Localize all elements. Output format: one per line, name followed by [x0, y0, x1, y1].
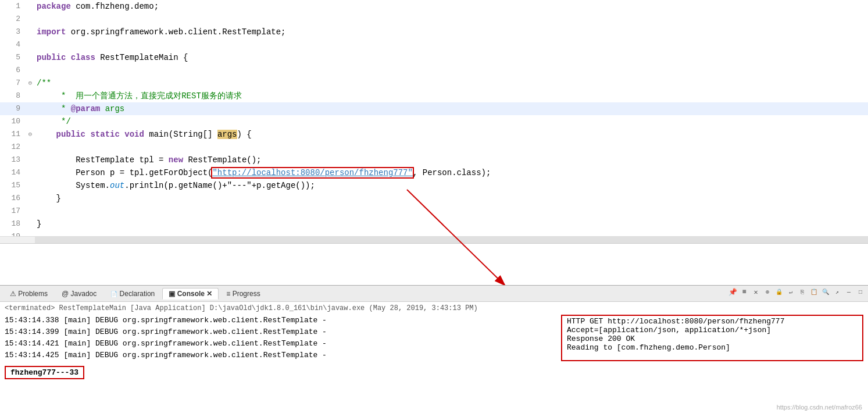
response-line-4: Reading to [com.fhzheng.demo.Person] — [567, 343, 858, 352]
line-code-9: * @param args — [34, 102, 868, 115]
declaration-icon: 📄 — [110, 291, 117, 297]
line-number-11: 11 — [0, 128, 26, 141]
console-result-value: fhzheng777---33 — [5, 366, 84, 379]
code-line-11: 11 ⊖ public static void main(String[] ar… — [0, 128, 868, 141]
line-code-18: } — [34, 218, 868, 230]
console-icon: ▣ — [169, 290, 175, 298]
line-number-17: 17 — [0, 205, 26, 218]
tab-console[interactable]: ▣ Console ✕ — [162, 288, 219, 300]
line-code-14: Person p = tpl.getForObject("http://loca… — [34, 166, 868, 179]
tab-progress[interactable]: ≡ Progress — [220, 288, 266, 300]
log-time-3: 15:43:14.421 [main] DEBUG org.springfram… — [5, 338, 327, 350]
code-line-7: 7 ⊖ /** — [0, 77, 868, 90]
code-line-12: 12 — [0, 141, 868, 154]
code-line-10: 10 */ — [0, 115, 868, 128]
code-line-5: 5 public class RestTemplateMain { — [0, 51, 868, 64]
line-number-3: 3 — [0, 26, 26, 38]
stop-icon[interactable]: ■ — [739, 287, 749, 297]
code-editor-area: 1 package com.fhzheng.demo; 2 3 import o… — [0, 0, 868, 285]
word-wrap-icon[interactable]: ↵ — [785, 287, 796, 297]
open-console-icon[interactable]: ↗ — [832, 287, 842, 297]
panel-toolbar: 📌 ■ ✕ ⊗ 🔒 ↵ ⎘ 📋 🔍 ↗ — □ — [727, 287, 866, 297]
scroll-lock-icon[interactable]: 🔒 — [774, 287, 784, 297]
log-time-1: 15:43:14.338 [main] DEBUG org.springfram… — [5, 315, 327, 326]
console-log-line-1: 15:43:14.338 [main] DEBUG org.springfram… — [5, 315, 555, 326]
code-line-16: 16 } — [0, 192, 868, 205]
line-number-2: 2 — [0, 13, 26, 26]
line-code-1: package com.fhzheng.demo; — [34, 0, 868, 13]
pin-icon[interactable]: 📌 — [727, 287, 738, 297]
line-code-3: import org.springframework.web.client.Re… — [34, 26, 868, 38]
maximize-icon[interactable]: □ — [855, 287, 866, 297]
line-number-9: 9 — [0, 102, 26, 115]
console-log-line-2: 15:43:14.399 [main] DEBUG org.springfram… — [5, 326, 555, 338]
progress-icon: ≡ — [226, 290, 230, 298]
console-right-response-box: HTTP GET http://localhost:8080/person/fh… — [561, 315, 863, 361]
code-line-18: 18 } — [0, 218, 868, 230]
horizontal-scrollbar[interactable] — [0, 236, 868, 243]
line-number-18: 18 — [0, 218, 26, 230]
line-number-4: 4 — [0, 38, 26, 51]
line-number-10: 10 — [0, 115, 26, 128]
panel-tabs-wrapper: ⚠ Problems @ Javadoc 📄 Declaration ▣ Con… — [0, 286, 868, 302]
line-number-1: 1 — [0, 0, 26, 13]
close-console-icon[interactable]: ✕ — [751, 287, 761, 297]
code-line-17: 17 — [0, 205, 868, 218]
line-fold-11: ⊖ — [26, 128, 34, 141]
line-number-13: 13 — [0, 154, 26, 166]
console-label: Console ✕ — [177, 290, 213, 298]
code-line-15: 15 System.out.println(p.getName()+"---"+… — [0, 179, 868, 192]
line-code-16: } — [34, 192, 868, 205]
console-log-left: 15:43:14.338 [main] DEBUG org.springfram… — [5, 315, 555, 361]
watermark: https://blog.csdn.net/mafroz66 — [777, 404, 862, 411]
line-number-7: 7 — [0, 77, 26, 90]
code-editor: 1 package com.fhzheng.demo; 2 3 import o… — [0, 0, 868, 244]
code-line-3: 3 import org.springframework.web.client.… — [0, 26, 868, 38]
code-line-4: 4 — [0, 38, 868, 51]
console-log-line-3: 15:43:14.421 [main] DEBUG org.springfram… — [5, 338, 555, 350]
code-line-8: 8 * 用一个普通方法，直接完成对REST服务的请求 — [0, 90, 868, 102]
clear-icon[interactable]: ⊗ — [762, 287, 773, 297]
line-fold-7: ⊖ — [26, 77, 34, 90]
code-content: 1 package com.fhzheng.demo; 2 3 import o… — [0, 0, 868, 243]
copy-icon[interactable]: ⎘ — [797, 287, 808, 297]
line-number-14: 14 — [0, 166, 26, 179]
progress-label: Progress — [233, 290, 260, 298]
javadoc-label: @ Javadoc — [62, 290, 97, 298]
code-line-2: 2 — [0, 13, 868, 26]
tab-problems[interactable]: ⚠ Problems — [3, 288, 54, 300]
line-number-16: 16 — [0, 192, 26, 205]
log-time-2: 15:43:14.399 [main] DEBUG org.springfram… — [5, 326, 327, 338]
line-number-8: 8 — [0, 90, 26, 102]
code-line-6: 6 — [0, 64, 868, 77]
console-log-line-4: 15:43:14.425 [main] DEBUG org.springfram… — [5, 350, 555, 361]
response-line-3: Response 200 OK — [567, 334, 858, 343]
line-code-8: * 用一个普通方法，直接完成对REST服务的请求 — [34, 90, 868, 102]
console-terminated-text: <terminated> RestTemplateMain [Java Appl… — [5, 304, 863, 312]
log-time-4: 15:43:14.425 [main] DEBUG org.springfram… — [5, 350, 327, 361]
response-line-2: Accept=[application/json, application/*+… — [567, 326, 858, 334]
response-line-1: HTTP GET http://localhost:8080/person/fh… — [567, 317, 858, 326]
line-code-13: RestTemplate tpl = new RestTemplate(); — [34, 154, 868, 166]
line-number-12: 12 — [0, 141, 26, 154]
bottom-panel: ⚠ Problems @ Javadoc 📄 Declaration ▣ Con… — [0, 285, 868, 413]
line-number-15: 15 — [0, 179, 26, 192]
code-line-9: 9 * @param args — [0, 102, 868, 115]
tab-declaration[interactable]: 📄 Declaration — [104, 288, 161, 300]
paste-icon[interactable]: 📋 — [809, 287, 819, 297]
line-code-7: /** — [34, 77, 868, 90]
line-code-5: public class RestTemplateMain { — [34, 51, 868, 64]
code-line-14: 14 Person p = tpl.getForObject("http://l… — [0, 166, 868, 179]
code-line-13: 13 RestTemplate tpl = new RestTemplate()… — [0, 154, 868, 166]
console-result-area: fhzheng777---33 — [5, 364, 863, 379]
line-number-6: 6 — [0, 64, 26, 77]
line-code-11: public static void main(String[] args) { — [34, 128, 868, 141]
line-code-15: System.out.println(p.getName()+"---"+p.g… — [34, 179, 868, 192]
find-icon[interactable]: 🔍 — [820, 287, 831, 297]
line-code-10: */ — [34, 115, 868, 128]
minimize-icon[interactable]: — — [844, 287, 854, 297]
problems-label: Problems — [18, 290, 48, 298]
problems-icon: ⚠ — [10, 290, 16, 298]
tab-javadoc[interactable]: @ Javadoc — [55, 288, 103, 300]
code-line-1: 1 package com.fhzheng.demo; — [0, 0, 868, 13]
